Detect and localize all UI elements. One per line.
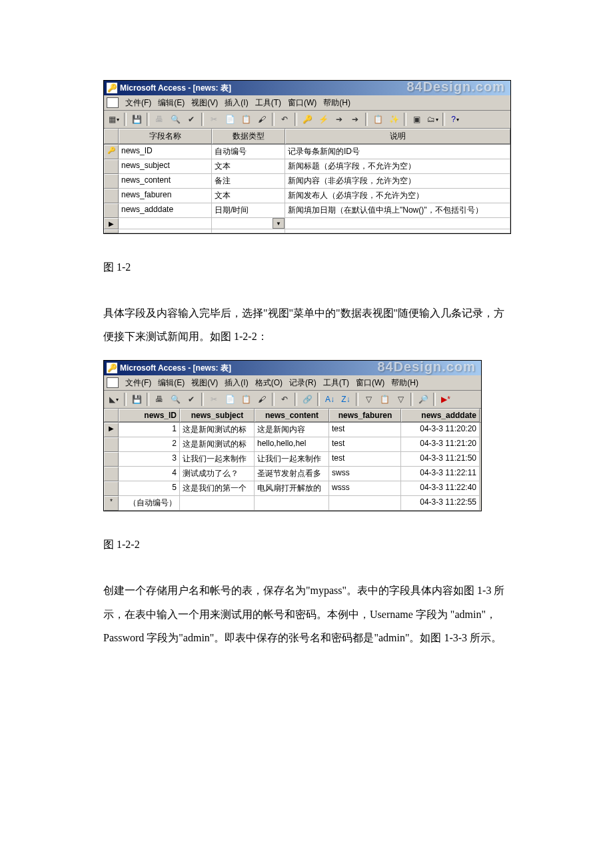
cell-news-id[interactable]: 3 [119,452,180,467]
description-cell[interactable]: 新闻填加日期（在默认值中填上"Now()"，不包括引号） [285,203,510,218]
table-row[interactable]: *（自动编号）04-3-3 11:22:55 [104,496,481,511]
data-type-cell[interactable]: 备注 [212,174,285,189]
table-row[interactable]: 4测试成功了么？圣诞节发射点看多swss04-3-3 11:22:11 [104,467,481,481]
row-selector[interactable] [104,467,119,481]
print-button[interactable]: 🖶 [152,112,167,127]
cell-news-id[interactable]: 5 [119,481,180,496]
cell-news-content[interactable]: 电风扇打开解放的 [255,481,329,496]
menu-insert[interactable]: 插入(I) [222,376,251,390]
undo-button[interactable]: ↶ [277,392,292,407]
menu-view[interactable]: 视图(V) [189,96,221,110]
cut-button[interactable]: ✂ [207,112,221,127]
print-button[interactable]: 🖶 [152,392,167,407]
cell-news-faburen[interactable]: swss [329,467,401,481]
table-row[interactable]: 🔑news_ID自动编号记录每条新闻的ID号 [104,145,510,159]
description-cell[interactable]: 新闻标题（必填字段，不允许为空） [285,159,510,174]
description-cell[interactable]: 新闻发布人（必填字段，不允许为空） [285,189,510,203]
cell-news-id[interactable]: 2 [119,437,180,452]
data-type-cell[interactable]: 文本 [212,159,285,174]
description-cell[interactable]: 记录每条新闻的ID号 [285,145,510,159]
table-row[interactable]: news_adddate日期/时间新闻填加日期（在默认值中填上"Now()"，不… [104,203,510,218]
data-type-cell[interactable] [212,229,285,233]
field-name-cell[interactable] [119,229,212,233]
cell-news-content[interactable]: 圣诞节发射点看多 [255,467,329,481]
table-row[interactable]: 5这是我们的第一个电风扇打开解放的wsss04-3-3 11:22:40 [104,481,481,496]
field-name-cell[interactable] [119,218,212,229]
cell-news-subject[interactable]: 让我们一起来制作 [180,452,255,467]
table-row[interactable]: news_faburen文本新闻发布人（必填字段，不允许为空） [104,189,510,203]
table-row[interactable]: ▶▼ [104,218,510,229]
row-selector[interactable]: ▶ [104,423,119,437]
save-button[interactable]: 💾 [129,392,144,407]
table-row[interactable] [104,229,510,233]
save-button[interactable]: 💾 [129,112,144,127]
cell-news-faburen[interactable]: test [329,437,401,452]
preview-button[interactable]: 🔍 [168,112,183,127]
cell-news-faburen[interactable]: test [329,423,401,437]
menu-edit[interactable]: 编辑(E) [155,96,187,110]
col-datatype[interactable]: 数据类型 [212,129,285,144]
cell-news-adddate[interactable]: 04-3-3 11:21:50 [401,452,480,467]
table-row[interactable]: news_subject文本新闻标题（必填字段，不允许为空） [104,159,510,174]
col-news-id[interactable]: news_ID [119,409,180,422]
col-description[interactable]: 说明 [285,129,510,144]
menu-window[interactable]: 窗口(W) [285,96,319,110]
filter-sel-button[interactable]: ▽ [361,392,376,407]
filter-form-button[interactable]: 📋 [377,392,392,407]
filter-toggle-button[interactable]: ▽ [393,392,408,407]
row-selector[interactable] [104,159,119,174]
dbwin-button[interactable]: ▣ [409,112,424,127]
spell-button[interactable]: ✔ [184,112,199,127]
col-news-faburen[interactable]: news_faburen [329,409,401,422]
row-selector[interactable]: 🔑 [104,145,119,159]
cell-news-subject[interactable]: 这是新闻测试的标 [180,437,255,452]
menu-file[interactable]: 文件(F) [123,376,154,390]
link-button[interactable]: 🔗 [300,392,314,407]
description-cell[interactable] [285,229,510,233]
cell-news-content[interactable] [255,496,329,511]
cell-news-adddate[interactable]: 04-3-3 11:20:20 [401,423,480,437]
field-name-cell[interactable]: news_faburen [119,189,212,203]
col-news-content[interactable]: news_content [255,409,329,422]
spell-button[interactable]: ✔ [184,392,199,407]
menu-help[interactable]: 帮助(H) [388,376,421,390]
menu-view[interactable]: 视图(V) [189,376,221,390]
row-selector[interactable] [104,189,119,203]
table-row[interactable]: news_content备注新闻内容（非必填字段，允许为空） [104,174,510,189]
col-news-subject[interactable]: news_subject [180,409,255,422]
key-button[interactable]: 🔑 [300,112,314,127]
insertrow-button[interactable]: ➔ [332,112,346,127]
col-news-adddate[interactable]: news_adddate [401,409,480,422]
field-name-cell[interactable]: news_ID [119,145,212,159]
field-name-cell[interactable]: news_adddate [119,203,212,218]
view-button[interactable]: ◣ [107,392,121,407]
cell-news-content[interactable]: hello,hello,hel [255,437,329,452]
paste-button[interactable]: 📋 [239,392,253,407]
cell-news-subject[interactable]: 这是我们的第一个 [180,481,255,496]
cell-news-id[interactable]: 1 [119,423,180,437]
description-cell[interactable]: 新闻内容（非必填字段，允许为空） [285,174,510,189]
new-record-button[interactable]: ▶* [438,392,453,407]
row-selector[interactable] [104,452,119,467]
help-button[interactable]: ? [448,112,462,127]
row-selector[interactable]: * [104,496,119,511]
cell-news-adddate[interactable]: 04-3-3 11:22:40 [401,481,480,496]
row-selector[interactable] [104,203,119,218]
menu-tools[interactable]: 工具(T) [320,376,352,390]
build-button[interactable]: ✨ [386,112,401,127]
preview-button[interactable]: 🔍 [168,392,183,407]
data-type-cell[interactable]: 自动编号 [212,145,285,159]
table-row[interactable]: 2这是新闻测试的标hello,hello,heltest04-3-3 11:21… [104,437,481,452]
cell-news-content[interactable]: 这是新闻内容 [255,423,329,437]
format-button[interactable]: 🖌 [255,392,269,407]
cell-news-adddate[interactable]: 04-3-3 11:21:20 [401,437,480,452]
data-type-cell[interactable]: 日期/时间 [212,203,285,218]
field-name-cell[interactable]: news_content [119,174,212,189]
description-cell[interactable] [285,218,510,229]
cell-news-adddate[interactable]: 04-3-3 11:22:11 [401,467,480,481]
menu-edit[interactable]: 编辑(E) [155,376,187,390]
table-row[interactable]: 3让我们一起来制作让我们一起来制作test04-3-3 11:21:50 [104,452,481,467]
copy-button[interactable]: 📄 [223,392,237,407]
field-name-cell[interactable]: news_subject [119,159,212,174]
menu-help[interactable]: 帮助(H) [320,96,353,110]
